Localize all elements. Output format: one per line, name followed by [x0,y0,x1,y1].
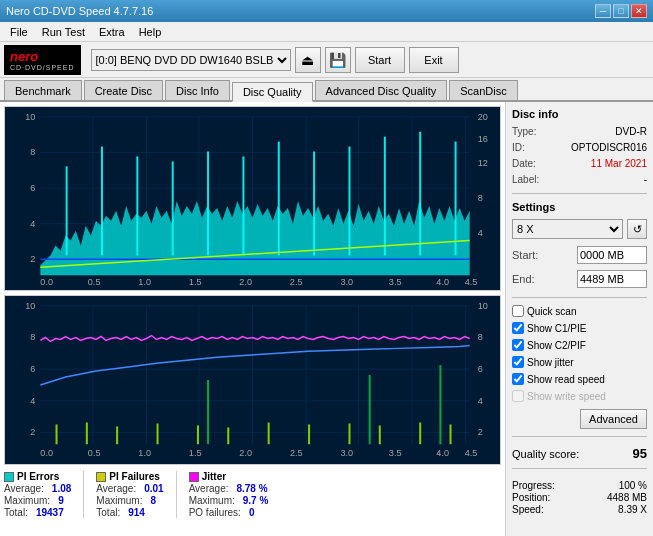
svg-rect-75 [449,424,451,444]
svg-text:3.0: 3.0 [340,277,353,287]
disc-date-row: Date: 11 Mar 2021 [512,158,647,169]
jitter-max-label: Maximum: [189,495,235,506]
pif-total-value: 914 [128,507,145,518]
pi-avg-value: 1.08 [52,483,71,494]
save-icon-button[interactable]: 💾 [325,47,351,73]
quick-scan-label: Quick scan [527,306,576,317]
show-read-speed-checkbox[interactable] [512,373,524,385]
menu-help[interactable]: Help [133,24,168,40]
svg-text:8: 8 [478,333,483,343]
svg-text:10: 10 [25,112,35,122]
app-title: Nero CD-DVD Speed 4.7.7.16 [6,5,153,17]
tab-disc-info[interactable]: Disc Info [165,80,230,100]
start-button[interactable]: Start [355,47,405,73]
quick-scan-row: Quick scan [512,305,647,317]
show-c2-checkbox[interactable] [512,339,524,351]
tab-create-disc[interactable]: Create Disc [84,80,163,100]
svg-text:4.0: 4.0 [436,277,449,287]
svg-rect-69 [227,427,229,444]
menu-run-test[interactable]: Run Test [36,24,91,40]
show-read-speed-row: Show read speed [512,373,647,385]
svg-text:1.5: 1.5 [189,448,202,458]
show-c2-label: Show C2/PIF [527,340,586,351]
po-value: 0 [249,507,255,518]
svg-rect-16 [66,166,68,255]
refresh-icon-button[interactable]: ↺ [627,219,647,239]
svg-text:0.5: 0.5 [88,277,101,287]
svg-text:10: 10 [478,301,488,311]
speed-row: 8 X Max 1 X 2 X 4 X 16 X ↺ [512,219,647,239]
window-controls: ─ □ ✕ [595,4,647,18]
end-input[interactable] [577,270,647,288]
menu-extra[interactable]: Extra [93,24,131,40]
svg-text:4: 4 [30,219,35,229]
show-write-speed-row: Show write speed [512,390,647,402]
tab-advanced-disc-quality[interactable]: Advanced Disc Quality [315,80,448,100]
tab-disc-quality[interactable]: Disc Quality [232,82,313,102]
right-panel: Disc info Type: DVD-R ID: OPTODISCR016 D… [505,102,653,536]
progress-section: Progress: 100 % Position: 4488 MB Speed:… [512,480,647,516]
quality-score-value: 95 [633,446,647,461]
svg-rect-26 [419,132,421,256]
drive-select[interactable]: [0:0] BENQ DVD DD DW1640 BSLB [91,49,291,71]
pif-max-row: Maximum: 8 [96,495,163,506]
svg-text:2: 2 [30,254,35,264]
show-write-speed-checkbox [512,390,524,402]
tab-benchmark[interactable]: Benchmark [4,80,82,100]
svg-rect-67 [157,423,159,444]
maximize-button[interactable]: □ [613,4,629,18]
svg-text:0.5: 0.5 [88,448,101,458]
quick-scan-checkbox[interactable] [512,305,524,317]
menu-file[interactable]: File [4,24,34,40]
pi-max-label: Maximum: [4,495,50,506]
menu-bar: File Run Test Extra Help [0,22,653,42]
chart-bottom-svg: 10 8 6 4 2 10 8 6 4 2 0.0 0.5 1.0 1.5 2.… [5,296,500,464]
svg-text:6: 6 [30,183,35,193]
svg-rect-64 [56,424,58,444]
pi-errors-color [4,472,14,482]
close-button[interactable]: ✕ [631,4,647,18]
divider-quality-progress [512,468,647,469]
svg-rect-73 [379,425,381,444]
id-value: OPTODISCR016 [571,142,647,153]
show-c1-checkbox[interactable] [512,322,524,334]
position-label: Position: [512,492,550,503]
svg-rect-23 [313,152,315,256]
svg-text:12: 12 [478,158,488,168]
svg-rect-22 [278,142,280,256]
jitter-avg-value: 8.78 % [236,483,267,494]
divider-settings-checkboxes [512,297,647,298]
svg-text:4.5: 4.5 [465,448,478,458]
divider-1 [83,471,84,518]
show-jitter-checkbox[interactable] [512,356,524,368]
stats-row: PI Errors Average: 1.08 Maximum: 9 Total… [4,469,501,520]
svg-text:4: 4 [478,228,483,238]
speed-select[interactable]: 8 X Max 1 X 2 X 4 X 16 X [512,219,623,239]
jitter-max-row: Maximum: 9.7 % [189,495,269,506]
svg-text:4.0: 4.0 [436,448,449,458]
minimize-button[interactable]: ─ [595,4,611,18]
tab-scandisc[interactable]: ScanDisc [449,80,517,100]
pi-total-value: 19437 [36,507,64,518]
logo-text: nero [10,49,75,64]
svg-text:1.0: 1.0 [138,448,151,458]
speed-row: Speed: 8.39 X [512,504,647,515]
jitter-max-value: 9.7 % [243,495,269,506]
svg-rect-72 [348,423,350,444]
svg-rect-74 [419,422,421,444]
svg-text:0.0: 0.0 [40,277,53,287]
disc-label-row: Label: - [512,174,647,185]
svg-text:3.5: 3.5 [389,277,402,287]
pi-errors-stats: PI Errors Average: 1.08 Maximum: 9 Total… [4,471,71,518]
svg-text:3.0: 3.0 [340,448,353,458]
eject-icon-button[interactable]: ⏏ [295,47,321,73]
svg-text:4: 4 [30,396,35,406]
start-input[interactable] [577,246,647,264]
svg-text:2.5: 2.5 [290,277,303,287]
exit-button[interactable]: Exit [409,47,459,73]
advanced-button[interactable]: Advanced [580,409,647,429]
divider-info-settings [512,193,647,194]
svg-text:2.0: 2.0 [239,277,252,287]
svg-text:1.5: 1.5 [189,277,202,287]
title-bar: Nero CD-DVD Speed 4.7.7.16 ─ □ ✕ [0,0,653,22]
